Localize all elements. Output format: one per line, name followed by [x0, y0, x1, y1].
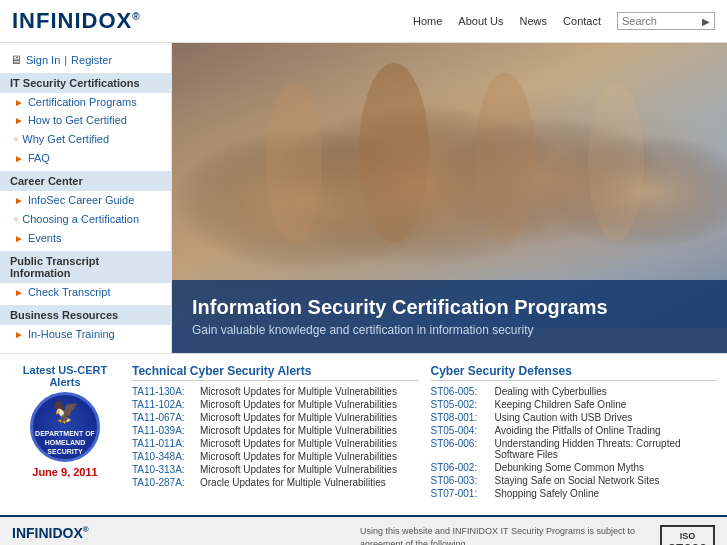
alert-text-2: Microsoft Updates for Multiple Vulnerabi… — [200, 412, 397, 423]
sidebar-item-0-3[interactable]: ►FAQ — [0, 149, 171, 167]
sidebar-section-2: Public Transcript Information ►Check Tra… — [0, 251, 171, 301]
alert-item-5: TA10-348A:Microsoft Updates for Multiple… — [132, 451, 419, 462]
iso-number: 27000 — [668, 541, 707, 545]
footer-bottom-right: Using this website and INFINIDOX IT Secu… — [360, 525, 715, 545]
signin-bar: 🖥 Sign In | Register — [0, 49, 171, 73]
alert-code-6: TA10-313A: — [132, 464, 196, 475]
sidebar-section-0: IT Security Certifications ►Certificatio… — [0, 73, 171, 167]
sidebar-item-0-2[interactable]: ◦Why Get Certified — [0, 129, 171, 149]
alert-text-5: Microsoft Updates for Multiple Vulnerabi… — [200, 451, 397, 462]
alert-code-0: TA11-130A: — [132, 386, 196, 397]
footer: INFINIDOX® All rights reserved. All cont… — [0, 515, 727, 545]
cyber-defenses: Cyber Security Defenses ST06-005:Dealing… — [431, 364, 718, 501]
sidebar-section-3: Business Resources ►In-House Training — [0, 305, 171, 343]
alert-text-6: Microsoft Updates for Multiple Vulnerabi… — [200, 464, 397, 475]
defense-text-3: Avoiding the Pitfalls of Online Trading — [495, 425, 661, 436]
defense-code-0: ST06-005: — [431, 386, 491, 397]
main-nav: Home About Us News Contact ▶ — [413, 12, 715, 30]
cert-badge-circle: 🦅 DEPARTMENT OF HOMELAND SECURITY — [30, 392, 100, 462]
sidebar-section-title-2: Public Transcript Information — [0, 251, 171, 283]
defense-code-7: ST07-001: — [431, 488, 491, 499]
eagle-icon: 🦅 — [52, 398, 79, 427]
alert-code-2: TA11-067A: — [132, 412, 196, 423]
arrow-icon: ► — [14, 233, 24, 244]
register-link[interactable]: Register — [71, 54, 112, 66]
footer-right-text: Using this website and INFINIDOX IT Secu… — [360, 525, 640, 545]
alert-item-0: TA11-130A:Microsoft Updates for Multiple… — [132, 386, 419, 397]
sidebar-item-0-1[interactable]: ►How to Get Certified — [0, 111, 171, 129]
alert-item-6: TA10-313A:Microsoft Updates for Multiple… — [132, 464, 419, 475]
defense-code-4: ST06-006: — [431, 438, 491, 460]
sidebar-item-1-2[interactable]: ►Events — [0, 229, 171, 247]
defense-item-6: ST06-003:Staying Safe on Social Network … — [431, 475, 718, 486]
alert-item-1: TA11-102A:Microsoft Updates for Multiple… — [132, 399, 419, 410]
defense-text-6: Staying Safe on Social Network Sites — [495, 475, 660, 486]
defense-text-0: Dealing with Cyberbullies — [495, 386, 607, 397]
nav-contact[interactable]: Contact — [563, 15, 601, 27]
footer-left: INFINIDOX® All rights reserved. All cont… — [12, 525, 352, 545]
defense-item-2: ST08-001:Using Caution with USB Drives — [431, 412, 718, 423]
nav-home[interactable]: Home — [413, 15, 442, 27]
alert-item-2: TA11-067A:Microsoft Updates for Multiple… — [132, 412, 419, 423]
footer-right-text-block: Using this website and INFINIDOX IT Secu… — [360, 525, 640, 545]
defense-code-3: ST05-004: — [431, 425, 491, 436]
defense-code-5: ST06-002: — [431, 462, 491, 473]
sidebar-section-title-3: Business Resources — [0, 305, 171, 325]
svg-point-8 — [588, 81, 644, 241]
arrow-icon: ► — [14, 329, 24, 340]
circle-icon: ◦ — [14, 212, 18, 226]
logo-sup: ® — [132, 11, 140, 22]
search-button[interactable]: ▶ — [702, 16, 710, 27]
sidebar-item-2-0[interactable]: ►Check Transcript — [0, 283, 171, 301]
sidebar-item-0-0[interactable]: ►Certification Programs — [0, 93, 171, 111]
defense-code-6: ST06-003: — [431, 475, 491, 486]
sidebar-section-title-0: IT Security Certifications — [0, 73, 171, 93]
iso-label: ISO — [680, 531, 696, 541]
search-input[interactable] — [622, 15, 702, 27]
alert-code-5: TA10-348A: — [132, 451, 196, 462]
alert-text-4: Microsoft Updates for Multiple Vulnerabi… — [200, 438, 397, 449]
hero-subtitle: Gain valuable knowledge and certificatio… — [192, 323, 707, 337]
defense-item-5: ST06-002:Debunking Some Common Myths — [431, 462, 718, 473]
tech-alerts: Technical Cyber Security Alerts TA11-130… — [132, 364, 419, 501]
defense-item-3: ST05-004:Avoiding the Pitfalls of Online… — [431, 425, 718, 436]
alert-text-1: Microsoft Updates for Multiple Vulnerabi… — [200, 399, 397, 410]
hero-banner: Information Security Certification Progr… — [172, 43, 727, 353]
defense-code-2: ST08-001: — [431, 412, 491, 423]
sidebar-item-1-0[interactable]: ►InfoSec Career Guide — [0, 191, 171, 209]
nav-news[interactable]: News — [520, 15, 548, 27]
alert-item-4: TA11-011A:Microsoft Updates for Multiple… — [132, 438, 419, 449]
svg-point-7 — [475, 73, 535, 243]
hero-title: Information Security Certification Progr… — [192, 296, 707, 319]
alert-item-3: TA11-039A:Microsoft Updates for Multiple… — [132, 425, 419, 436]
defense-item-0: ST06-005:Dealing with Cyberbullies — [431, 386, 718, 397]
site-logo: INFINIDOX® — [12, 8, 141, 34]
alert-code-4: TA11-011A: — [132, 438, 196, 449]
hero-overlay: Information Security Certification Progr… — [172, 280, 727, 353]
sidebar: 🖥 Sign In | Register IT Security Certifi… — [0, 43, 172, 353]
alert-text-7: Oracle Updates for Multiple Vulnerabilit… — [200, 477, 386, 488]
iso-badge: ISO 27000 — [660, 525, 715, 545]
alert-code-7: TA10-287A: — [132, 477, 196, 488]
main-area: 🖥 Sign In | Register IT Security Certifi… — [0, 43, 727, 353]
defense-item-1: ST05-002:Keeping Children Safe Online — [431, 399, 718, 410]
arrow-icon: ► — [14, 153, 24, 164]
sidebar-item-1-1[interactable]: ◦Choosing a Certification — [0, 209, 171, 229]
defense-text-4: Understanding Hidden Threats: Corrupted … — [495, 438, 718, 460]
svg-point-5 — [266, 83, 322, 243]
signin-link[interactable]: Sign In — [26, 54, 60, 66]
defense-text-7: Shopping Safely Online — [495, 488, 600, 499]
defense-text-1: Keeping Children Safe Online — [495, 399, 627, 410]
arrow-icon: ► — [14, 115, 24, 126]
sidebar-section-title-1: Career Center — [0, 171, 171, 191]
sidebar-section-1: Career Center ►InfoSec Career Guide ◦Cho… — [0, 171, 171, 247]
content-area: Latest US-CERT Alerts 🦅 DEPARTMENT OF HO… — [0, 353, 727, 511]
defense-code-1: ST05-002: — [431, 399, 491, 410]
defense-text-5: Debunking Some Common Myths — [495, 462, 645, 473]
nav-about[interactable]: About Us — [458, 15, 503, 27]
sidebar-item-3-0[interactable]: ►In-House Training — [0, 325, 171, 343]
cert-date: June 9, 2011 — [10, 466, 120, 478]
alert-code-3: TA11-039A: — [132, 425, 196, 436]
search-box: ▶ — [617, 12, 715, 30]
header: INFINIDOX® Home About Us News Contact ▶ — [0, 0, 727, 43]
